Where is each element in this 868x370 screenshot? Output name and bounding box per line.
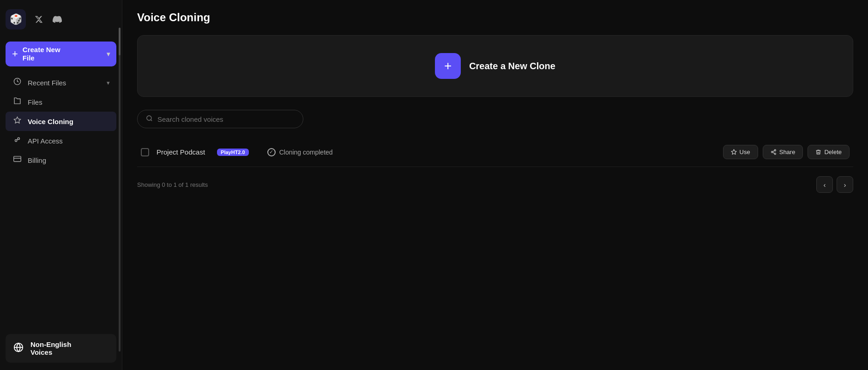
status-text: Cloning completed xyxy=(279,149,333,156)
search-input[interactable] xyxy=(157,115,295,123)
recent-files-chevron: ▾ xyxy=(107,79,110,86)
svg-line-15 xyxy=(772,152,774,153)
non-english-icon xyxy=(12,342,25,355)
sidebar-item-voice-cloning[interactable]: Voice Cloning xyxy=(6,112,116,131)
logo-icon: 🎲 xyxy=(6,9,26,30)
sidebar-item-api-access[interactable]: API Access xyxy=(6,131,116,150)
svg-point-14 xyxy=(774,153,776,155)
files-icon xyxy=(12,97,22,107)
delete-label: Delete xyxy=(824,149,842,155)
scrollbar[interactable] xyxy=(119,28,121,352)
delete-button[interactable]: Delete xyxy=(808,145,850,159)
svg-point-13 xyxy=(771,151,772,153)
discord-icon[interactable] xyxy=(51,13,64,26)
recent-files-icon xyxy=(12,78,22,88)
twitter-icon[interactable] xyxy=(32,13,45,26)
voice-checkbox[interactable] xyxy=(141,148,149,156)
use-button[interactable]: Use xyxy=(723,145,758,159)
sidebar-bottom: Non-English Voices xyxy=(6,334,116,363)
svg-marker-11 xyxy=(731,149,736,154)
sidebar-nav: Recent Files ▾ Files Voice Cloning API A… xyxy=(6,73,116,170)
create-new-clone-card[interactable]: + Create a New Clone xyxy=(137,35,853,97)
pagination-row: Showing 0 to 1 of 1 results ‹ › xyxy=(137,176,853,193)
svg-point-2 xyxy=(15,140,17,142)
prev-page-button[interactable]: ‹ xyxy=(816,176,833,193)
voice-status: ✓ Cloning completed xyxy=(267,148,333,156)
search-icon xyxy=(146,115,153,123)
status-check-icon: ✓ xyxy=(267,148,276,156)
create-btn-label: Create New File xyxy=(23,46,60,62)
non-english-label: Non-English Voices xyxy=(30,340,71,356)
svg-point-3 xyxy=(18,137,19,139)
page-title: Voice Cloning xyxy=(137,11,853,24)
voice-cloning-icon xyxy=(12,116,22,126)
search-box xyxy=(137,110,303,128)
recent-files-label: Recent Files xyxy=(28,79,101,87)
billing-label: Billing xyxy=(28,156,110,164)
main-content: Voice Cloning + Create a New Clone Proje… xyxy=(122,0,868,370)
sidebar-item-files[interactable]: Files xyxy=(6,92,116,112)
svg-rect-5 xyxy=(13,156,21,161)
sidebar-item-non-english-voices[interactable]: Non-English Voices xyxy=(6,334,116,363)
create-clone-plus-icon: + xyxy=(435,53,461,79)
voice-cloning-label: Voice Cloning xyxy=(28,118,110,125)
sidebar-header: 🎲 xyxy=(6,7,116,31)
chevron-down-icon: ▾ xyxy=(107,50,110,58)
api-access-label: API Access xyxy=(28,137,110,145)
svg-point-9 xyxy=(147,116,151,120)
next-page-button[interactable]: › xyxy=(837,176,853,193)
svg-line-16 xyxy=(772,151,774,152)
create-clone-label: Create a New Clone xyxy=(469,61,555,72)
voice-list: Project Podcast PlayHT2.0 ✓ Cloning comp… xyxy=(137,137,853,167)
create-new-file-button[interactable]: + Create New File ▾ xyxy=(6,42,116,66)
share-button[interactable]: Share xyxy=(763,145,803,159)
voice-badge: PlayHT2.0 xyxy=(217,149,249,156)
voice-name: Project Podcast xyxy=(157,148,205,156)
files-label: Files xyxy=(28,98,110,106)
pagination-buttons: ‹ › xyxy=(816,176,853,193)
svg-point-12 xyxy=(774,149,776,151)
billing-icon xyxy=(12,155,22,165)
svg-line-4 xyxy=(17,139,18,140)
create-plus-icon: + xyxy=(12,49,18,59)
svg-marker-1 xyxy=(14,117,20,123)
sidebar-item-recent-files[interactable]: Recent Files ▾ xyxy=(6,73,116,92)
sidebar: 🎲 + Create New File ▾ Recent Files ▾ xyxy=(0,0,122,370)
showing-text: Showing 0 to 1 of 1 results xyxy=(137,181,208,188)
svg-line-10 xyxy=(151,119,152,121)
social-icons xyxy=(32,13,64,26)
use-label: Use xyxy=(740,149,750,155)
api-access-icon xyxy=(12,136,22,146)
table-row: Project Podcast PlayHT2.0 ✓ Cloning comp… xyxy=(137,137,853,167)
share-label: Share xyxy=(779,149,796,155)
search-wrapper xyxy=(137,110,853,128)
sidebar-item-billing[interactable]: Billing xyxy=(6,150,116,170)
voice-actions: Use Share Delete xyxy=(723,145,850,159)
